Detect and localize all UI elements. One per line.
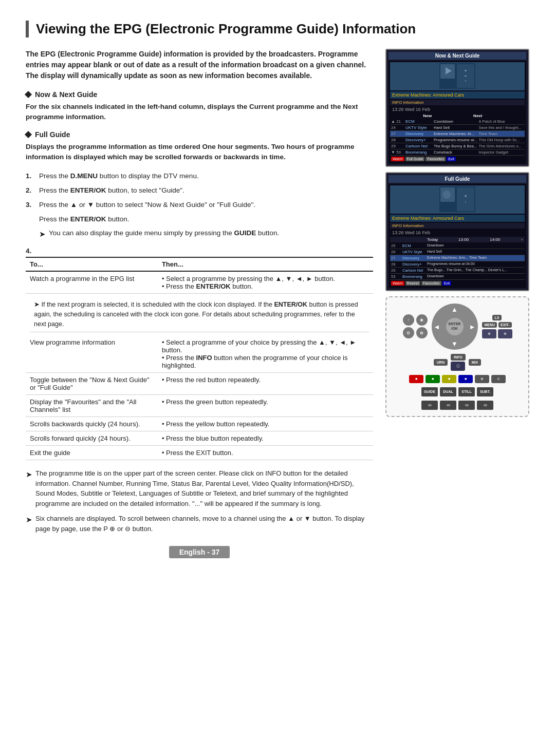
remote-btn-mix[interactable]: MIX [469,359,481,366]
remote-btn-red[interactable]: ■ [409,375,423,383]
table-cell-action: View programme information [26,335,158,373]
screen1-row-4: 28 Discovery+ Programmes resume at... Th… [390,137,525,143]
now-next-heading: Now & Next Guide [26,90,373,99]
remote-btn-circle-2[interactable]: ⊕ [416,314,428,326]
remote-btn-green[interactable]: ■ [425,375,440,383]
screen2-date: 13:26 Wed 16 Feb [390,230,525,236]
dpad-down-arrow: ▼ [451,340,458,348]
screen2-buttons: Watch Rewind Favourites Exit [390,280,525,287]
remote-btn-sm-1[interactable]: ⊕ [482,329,496,338]
table-col-to: To... [26,257,158,271]
step-4-label: 4. [26,247,373,255]
screen2-info: Extreme Machines: Armoured Cars [390,215,525,222]
table-cell-action: Toggle between the "Now & Next Guide" or… [26,373,158,395]
screen1-btn-fullguide: Full Guide [405,157,425,161]
table-row: Scrolls backwards quickly (24 hours). • … [26,417,373,431]
screen2-btn-exit: Exit [442,281,452,286]
table-cell-action: Display the "Favourites" and the "All Ch… [26,395,158,417]
screen1-btn-favs: Favourites [425,157,446,161]
remote-dpad-center[interactable]: ENTER/OK [446,318,464,335]
remote-btn-circle-4[interactable]: ⊖ [416,327,428,338]
remote-btn-ls[interactable]: LS [492,315,502,320]
screen2-btn-watch: Watch [391,281,404,286]
remote-btn-menu[interactable]: MENU [482,322,497,328]
full-guide-heading: Full Guide [26,130,373,139]
remote-btn-b2[interactable]: ▭ [440,401,456,410]
screen2-time-row: Today 13:00 14:00 › [390,237,525,242]
step-1: 1. Press the D.MENU button to display th… [26,171,373,181]
screen2-row-3: 27 Discovery Extreme Machines: Arm... Ti… [390,255,525,261]
screen2-btn-rewind: Rewind [405,281,420,286]
remote-btn-still[interactable]: STILL [458,387,475,396]
remote-btn-sm-2[interactable]: ⊕ [498,329,512,338]
screen1-buttons: Watch Full Guide Favourites Exit [390,156,525,162]
now-next-body: For the six channels indicated in the le… [26,102,373,123]
svg-rect-10 [457,187,474,211]
table-cell-action: Scrolls forward quickly (24 hours). [26,431,158,446]
screen1-inner: ⊕ oo ▼ Extreme Machines: Armoured Cars I… [388,61,526,164]
table-cell-instructions: • Press the red button repeatedly. [158,373,373,395]
table-cell-action: Exit the guide [26,446,158,460]
screen1-col-headers: Now Next [390,114,525,118]
svg-text:⊕: ⊕ [465,69,467,72]
table-row: Display the "Favourites" and the "All Ch… [26,395,373,417]
page-number: English - 37 [169,546,230,558]
screen1-preview: ⊕ oo ▼ [390,62,525,90]
remote-dpad[interactable]: ▲ ▼ ◄ ► ENTER/OK [432,304,478,350]
screen2-row-1: 25 ECM Downtown [390,243,525,249]
screen1-row-2: 24 UKTV Style Hard Sell Save this and I … [390,125,525,131]
table-cell-instructions: • Press the green button repeatedly. [158,395,373,417]
remote-btn-info[interactable]: INFO [451,354,466,361]
remote-btn-blue[interactable]: ■ [458,375,473,383]
table-row: Toggle between the "Now & Next Guide" or… [26,373,373,395]
table-row: Scrolls forward quickly (24 hours). • Pr… [26,431,373,446]
remote-btn-b3[interactable]: ▭ [458,401,475,410]
remote-btn-exit[interactable]: EXIT- [498,322,512,328]
remote-btn-yellow[interactable]: ■ [442,375,456,383]
scheduling-note-row: ➤ If the next program is selected, it is… [26,294,373,336]
remote-top-row: ↑ ⊕ ⊙ ⊖ ▲ ▼ ◄ ► EN [403,304,512,350]
step-3: 3. Press the ▲ or ▼ button to select "No… [26,200,373,210]
screen2-info-label: INFO Information [390,223,525,229]
remote-btn-circle-1[interactable]: ↑ [403,314,414,326]
remote-btn-extra1[interactable]: ⊕ [475,375,489,383]
svg-point-9 [442,191,451,199]
svg-text:▼: ▼ [465,201,467,203]
screen1-info-label: INFO Information [390,100,525,105]
remote-btn-subt[interactable]: SUBT. [477,387,493,396]
screen2-row-5: 29 Cartoon Net The Bugs... The Grim... T… [390,268,525,274]
remote-bottom-row: GUIDE DUAL STILL SUBT. [421,387,493,396]
remote-btn-turn[interactable]: URN [434,359,448,366]
screen1-info: Extreme Machines: Armoured Cars [390,91,525,99]
screen2-row-2: 26 UKTV Style Hard Sell [390,249,525,255]
screen1-row-1: ▲ 21 ECM Countdown A Patch of Blue [390,119,525,125]
remote-btn-circle-3[interactable]: ⊙ [403,327,414,338]
remote-control: ↑ ⊕ ⊙ ⊖ ▲ ▼ ◄ ► EN [385,296,529,417]
screen2-row-6: 53 Boomerang Downtown [390,274,525,280]
remote-mid-row: URN INFO ⓘ MIX [434,354,481,371]
guide-table: To... Then... Watch a programme in the E… [26,257,373,460]
bottom-notes: ➤ The programme title is on the upper pa… [26,468,373,534]
full-guide-screen: Full Guide ◎ ▼ Extreme Machines: Armoure… [385,172,529,291]
table-col-then: Then... [158,257,373,271]
remote-btn-b1[interactable]: ▭ [421,401,438,410]
left-column: The EPG (Electronic Programme Guide) inf… [26,49,373,559]
remote-btn-extra2[interactable]: ⊙ [491,375,506,383]
svg-text:▼: ▼ [465,80,467,82]
bottom-note-1: ➤ The programme title is on the upper pa… [26,468,373,508]
svg-text:oo: oo [465,74,467,77]
screen1-row-3: 27 Discovery Extreme Machines: Ar... Tim… [390,131,525,137]
table-cell-instructions: • Press the yellow button repeatedly. [158,417,373,431]
remote-btn-info-sm[interactable]: ⓘ [451,362,465,371]
diamond-icon-2 [25,131,32,138]
now-next-screen: Now & Next Guide ⊕ oo ▼ Extreme Machines… [385,49,529,167]
screen1-title: Now & Next Guide [388,52,526,60]
dpad-left-arrow: ◄ [434,323,440,330]
intro-text: The EPG (Electronic Programme Guide) inf… [26,49,373,81]
page-title: Viewing the EPG (Electronic Programme Gu… [26,21,529,37]
remote-btn-b4[interactable]: ▭ [477,401,493,410]
remote-btn-guide[interactable]: GUIDE [421,387,438,396]
screen1-row-6: ▼ 53 Boomerang Comeback Inspector Gadget [390,149,525,156]
remote-btn-dual[interactable]: DUAL [440,387,456,396]
screen1-btn-exit: Exit [447,157,456,161]
